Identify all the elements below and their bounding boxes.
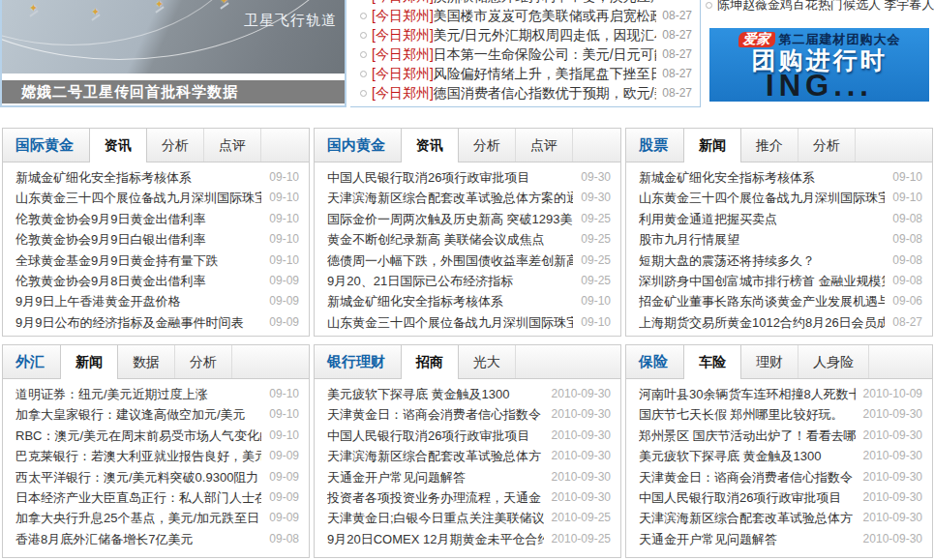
item-title-link[interactable]: 加拿大央行升息25个基点，美元/加元跌至日 <box>15 508 261 528</box>
tab-stock-analysis[interactable]: 分析 <box>798 129 856 162</box>
news-tag[interactable]: [今日郑州] <box>372 25 434 44</box>
tab-bar: 车险理财人身险 <box>683 345 869 378</box>
item-title-link[interactable]: 天津滨海新区综合配套改革试验总体方 <box>639 508 856 528</box>
tab-stock-recommend[interactable]: 推介 <box>741 129 798 162</box>
panel-title-domestic-gold[interactable]: 国内黄金 <box>315 129 397 162</box>
list-item: 上海期货交易所黄金1012合约8月26日会员成08-27 <box>639 312 922 333</box>
tab-domestic-gold-info[interactable]: 资讯 <box>401 129 459 162</box>
item-title-link[interactable]: 西太平洋银行：澳元/美元料突破0.9300阻力 <box>15 467 261 487</box>
panel-title-insurance[interactable]: 保险 <box>626 345 679 378</box>
item-title-link[interactable]: 9月20日COMEX 12月期黄金未平仓合约 <box>327 529 544 549</box>
panel-title-forex[interactable]: 外汇 <box>3 345 56 378</box>
news-tag[interactable]: [今日郑州] <box>372 64 434 83</box>
panel-header: 股票新闻推介分析 <box>626 129 932 162</box>
item-title-link[interactable]: 新城金矿细化安全指标考核体系 <box>15 167 261 188</box>
tab-forex-news[interactable]: 新闻 <box>60 345 118 379</box>
news-title-link[interactable]: 德国消费者信心指数优于预期，欧元/美元 <box>434 83 657 103</box>
item-title-link[interactable]: 9月9日上午香港黄金开盘价格 <box>15 291 261 311</box>
list-item: 中国人民银行取消26项行政审批项目2010-09-30 <box>327 426 611 446</box>
news-tag[interactable]: [今日郑州] <box>372 83 434 103</box>
item-title-link[interactable]: 天津黄金日：谘商会消费者信心指数令 <box>639 467 856 487</box>
item-title-link[interactable]: 利用黄金通道把握买卖点 <box>639 209 885 229</box>
item-title-link[interactable]: RBC：澳元/美元在周末前易受市场人气变化的 <box>15 426 261 446</box>
item-title-link[interactable]: 伦敦黄金协会9月8日黄金出借利率 <box>15 271 261 291</box>
tab-forex-analysis[interactable]: 分析 <box>174 345 232 378</box>
item-title-link[interactable]: 伦敦黄金协会9月9日白银出借利率 <box>15 229 261 250</box>
news-date: 08-27 <box>662 6 692 25</box>
panel-insurance: 保险车险理财人身险河南叶县30余辆货车连环相撞8人死数十2010-10-09国庆… <box>625 344 933 558</box>
group-buy-ad-banner[interactable]: 爱家 第二届建材团购大会 团购进行时 ING... <box>709 28 929 102</box>
news-date: 08-27 <box>662 83 692 103</box>
photo-caption-link[interactable]: 嫦娥二号卫星传回首批科学数据 <box>2 80 345 103</box>
item-title-link[interactable]: 上海期货交易所黄金1012合约8月26日会员成 <box>639 312 885 333</box>
tab-insurance-auto[interactable]: 车险 <box>683 345 741 379</box>
item-title-link[interactable]: 山东黄金三十四个展位备战九月深圳国际珠宝 <box>639 188 885 208</box>
headline-link[interactable]: 陈坤赵薇金鸡百花热门候选人 李宇春人 <box>717 0 934 13</box>
item-title-link[interactable]: 道明证券：纽元/美元近期过度上涨 <box>15 384 261 404</box>
list-item: 天津黄金日：谘商会消费者信心指数令2010-09-30 <box>639 467 922 487</box>
tab-intl-gold-analysis[interactable]: 分析 <box>147 129 203 162</box>
item-title-link[interactable]: 投资者各项投资业务办理流程，天通金 <box>327 487 544 508</box>
item-title-link[interactable]: 美元疲软下探寻底 黄金触及1300 <box>639 446 856 466</box>
tab-bank-wealth-everbright[interactable]: 光大 <box>459 345 516 378</box>
news-tag[interactable]: [今日郑州] <box>372 44 434 64</box>
panel-header: 国际黄金资讯分析点评 <box>3 129 309 162</box>
item-title-link[interactable]: 黄金不断创纪录新高 美联储会议成焦点 <box>327 229 573 250</box>
tab-intl-gold-info[interactable]: 资讯 <box>89 129 147 162</box>
item-title-link[interactable]: 巴克莱银行：若澳大利亚就业报告良好，美元 <box>15 446 261 466</box>
news-title-link[interactable]: 风险偏好情绪上升，美指尾盘下挫至日内低 <box>434 64 657 83</box>
panel-header: 保险车险理财人身险 <box>626 345 932 379</box>
tab-insurance-wealth[interactable]: 理财 <box>741 345 798 378</box>
item-title-link[interactable]: 郑州景区 国庆节活动出炉了！看看去哪 <box>639 426 856 446</box>
item-title-link[interactable]: 中国人民银行取消26项行政审批项目 <box>639 487 856 508</box>
tab-stock-news[interactable]: 新闻 <box>683 129 741 162</box>
item-title-link[interactable]: 股市九月行情展望 <box>639 229 885 250</box>
item-title-link[interactable]: 德债周一小幅下跌，外围国债收益率差创新高 <box>327 251 573 271</box>
panel-title-intl-gold[interactable]: 国际黄金 <box>3 129 85 162</box>
item-title-link[interactable]: 香港8月底外汇储备增长7亿美元 <box>15 529 261 549</box>
item-date: 09-08 <box>892 251 922 271</box>
item-title-link[interactable]: 日本经济产业大臣直岛正行：私人部门人士在 <box>15 487 261 508</box>
panel-stock: 股票新闻推介分析新城金矿细化安全指标考核体系09-10山东黄金三十四个展位备战九… <box>625 128 933 337</box>
list-item: 山东黄金三十四个展位备战九月深圳国际珠宝09-10 <box>15 188 299 208</box>
item-title-link[interactable]: 9月20、21日国际已公布经济指标 <box>327 271 573 291</box>
tab-forex-data[interactable]: 数据 <box>118 345 174 378</box>
news-tag[interactable]: [今日郑州] <box>372 6 434 25</box>
item-title-link[interactable]: 加拿大皇家银行：建议逢高做空加元/美元 <box>15 404 261 425</box>
news-title-link[interactable]: 美国楼市岌岌可危美联储或再启宽松政策 <box>434 6 657 25</box>
tab-bank-wealth-china-merchants[interactable]: 招商 <box>401 345 459 379</box>
panel-title-stock[interactable]: 股票 <box>626 129 679 162</box>
news-title-link[interactable]: 美元/日元外汇期权周四走低，因现汇小幅 <box>434 25 657 44</box>
item-title-link[interactable]: 伦敦黄金协会9月9日黄金出借利率 <box>15 209 261 229</box>
item-title-link[interactable]: 新城金矿细化安全指标考核体系 <box>639 167 885 188</box>
item-title-link[interactable]: 9月9日公布的经济指标及金融事件时间表 <box>15 312 261 333</box>
item-title-link[interactable]: 深圳跻身中国创富城市排行榜首 金融业规模第 <box>639 271 885 291</box>
tab-domestic-gold-comment[interactable]: 点评 <box>515 129 573 162</box>
item-title-link[interactable]: 国际金价一周两次触及历史新高 突破1293美 <box>327 209 573 229</box>
item-title-link[interactable]: 中国人民银行取消26项行政审批项目 <box>327 167 573 188</box>
item-title-link[interactable]: 山东黄金三十四个展位备战九月深圳国际珠宝 <box>327 312 573 333</box>
tab-insurance-life[interactable]: 人身险 <box>798 345 869 378</box>
item-title-link[interactable]: 国庆节七天长假 郑州哪里比较好玩。 <box>639 404 856 425</box>
item-title-link[interactable]: 中国人民银行取消26项行政审批项目 <box>327 426 544 446</box>
item-title-link[interactable]: 山东黄金三十四个展位备战九月深圳国际珠宝 <box>15 188 261 208</box>
list-item: 新城金矿细化安全指标考核体系09-10 <box>639 167 922 188</box>
item-date: 09-09 <box>269 271 299 291</box>
item-title-link[interactable]: 天津黄金日：谘商会消费者信心指数令 <box>327 404 544 425</box>
item-title-link[interactable]: 天津黄金日;白银今日重点关注美联储议 <box>327 508 544 528</box>
item-title-link[interactable]: 美元疲软下探寻底 黄金触及1300 <box>327 384 544 404</box>
tab-domestic-gold-analysis[interactable]: 分析 <box>459 129 515 162</box>
item-title-link[interactable]: 全球黄金基金9月9日黄金持有量下跌 <box>15 251 261 271</box>
item-title-link[interactable]: 天通金开户常见问题解答 <box>639 529 856 549</box>
item-title-link[interactable]: 短期大盘的震荡还将持续多久？ <box>639 251 885 271</box>
satellite-orbit-image[interactable]: ✦ ✦ ✦ ✦ 卫星飞行轨道 <box>2 0 345 74</box>
item-title-link[interactable]: 河南叶县30余辆货车连环相撞8人死数十 <box>639 384 856 404</box>
item-title-link[interactable]: 天通金开户常见问题解答 <box>327 467 544 487</box>
item-title-link[interactable]: 天津滨海新区综合配套改革试验总体方案的通 <box>327 188 573 208</box>
item-title-link[interactable]: 天津滨海新区综合配套改革试验总体方 <box>327 446 544 466</box>
news-title-link[interactable]: 日本第一生命保险公司：美元/日元可能测 <box>434 44 657 64</box>
tab-intl-gold-comment[interactable]: 点评 <box>203 129 261 162</box>
panel-title-bank-wealth[interactable]: 银行理财 <box>315 345 397 378</box>
item-title-link[interactable]: 新城金矿细化安全指标考核体系 <box>327 291 573 311</box>
item-title-link[interactable]: 招金矿业董事长路东尚谈黄金产业发展机遇与 <box>639 291 885 311</box>
